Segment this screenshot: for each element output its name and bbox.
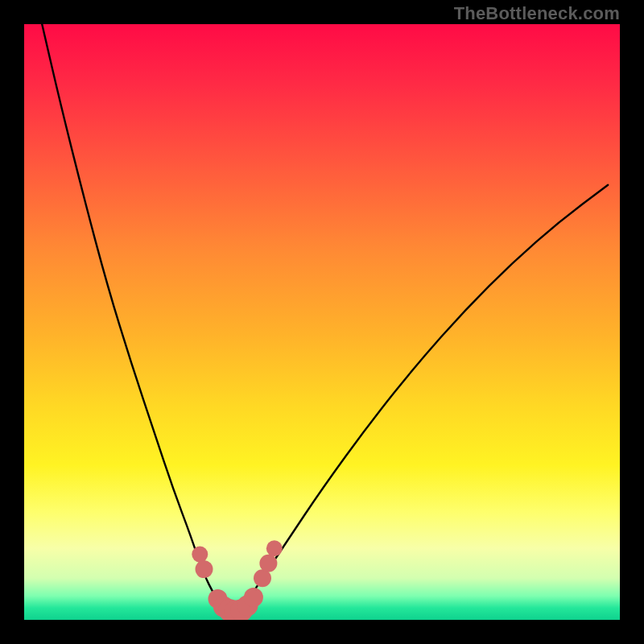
plot-area [24,24,620,620]
chart-frame: TheBottleneck.com [0,0,644,644]
valley-dot [196,560,213,578]
valley-dot [244,588,263,607]
valley-dots-group [192,540,282,620]
valley-dot [259,555,277,572]
chart-svg [24,24,620,620]
valley-dot [192,547,208,563]
watermark-text: TheBottleneck.com [454,3,620,24]
valley-dot [266,540,283,556]
v-curve-path [42,24,608,613]
